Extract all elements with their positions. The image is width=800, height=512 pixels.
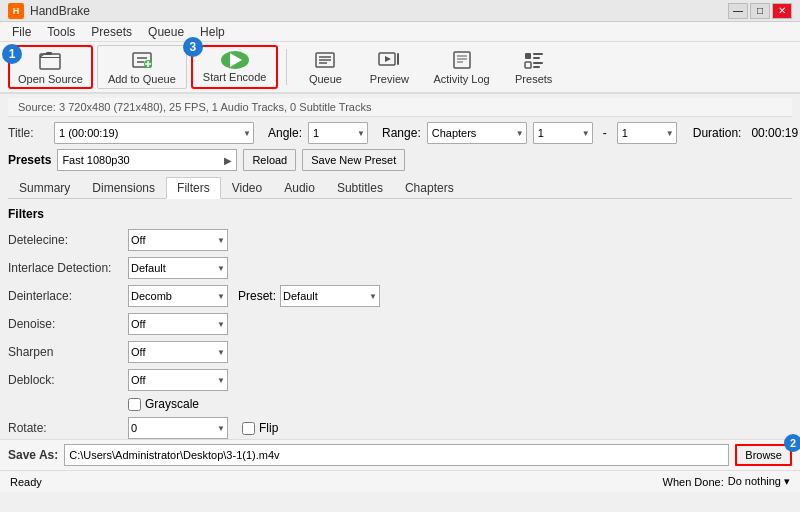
title-label: Title:	[8, 126, 48, 140]
title-select[interactable]: 1 (00:00:19)	[54, 122, 254, 144]
rotate-row: Rotate: 0 Flip	[8, 417, 792, 439]
menu-file[interactable]: File	[4, 23, 39, 41]
interlace-detection-select[interactable]: Default	[128, 257, 228, 279]
preset-selector[interactable]: Fast 1080p30 ▶	[57, 149, 237, 171]
presets-icon	[522, 49, 546, 71]
svg-rect-20	[525, 53, 531, 59]
browse-button[interactable]: Browse	[735, 444, 792, 466]
range-to-select[interactable]: 1	[617, 122, 677, 144]
title-bar: H HandBrake — □ ✕	[0, 0, 800, 22]
add-to-queue-button[interactable]: Add to Queue	[97, 45, 187, 89]
app-icon: H	[8, 3, 24, 19]
detelecine-row: Detelecine: Off	[8, 229, 792, 251]
svg-marker-14	[385, 56, 391, 62]
preview-icon	[377, 49, 401, 71]
deinterlace-preset-label: Preset:	[238, 289, 276, 303]
minimize-btn[interactable]: —	[728, 3, 748, 19]
menu-presets[interactable]: Presets	[83, 23, 140, 41]
deblock-select[interactable]: Off	[128, 369, 228, 391]
badge-browse: 2	[784, 434, 800, 452]
activity-log-icon	[450, 49, 474, 71]
presets-row: Presets Fast 1080p30 ▶ Reload Save New P…	[8, 149, 792, 171]
svg-rect-23	[525, 62, 531, 68]
main-area: Source: 3 720x480 (721x480), 25 FPS, 1 A…	[0, 94, 800, 492]
start-encode-label: Start Encode	[203, 71, 267, 83]
flip-label[interactable]: Flip	[259, 421, 278, 435]
filters-title: Filters	[8, 207, 792, 221]
svg-rect-2	[46, 52, 52, 55]
source-label: Source:	[18, 101, 56, 113]
presets-row-label: Presets	[8, 153, 51, 167]
tab-dimensions[interactable]: Dimensions	[81, 177, 166, 198]
source-bar: Source: 3 720x480 (721x480), 25 FPS, 1 A…	[8, 98, 792, 117]
svg-rect-1	[40, 57, 60, 58]
menu-tools[interactable]: Tools	[39, 23, 83, 41]
close-btn[interactable]: ✕	[772, 3, 792, 19]
deblock-row: Deblock: Off	[8, 369, 792, 391]
status-text: Ready	[10, 476, 42, 488]
activity-log-label: Activity Log	[433, 73, 489, 85]
app-title: HandBrake	[30, 4, 90, 18]
menu-bar: File Tools Presets Queue Help	[0, 22, 800, 42]
flip-checkbox[interactable]	[242, 422, 255, 435]
range-from-select[interactable]: 1	[533, 122, 593, 144]
save-new-preset-button[interactable]: Save New Preset	[302, 149, 405, 171]
source-info: 3 720x480 (721x480), 25 FPS, 1 Audio Tra…	[59, 101, 371, 113]
sharpen-row: Sharpen Off	[8, 341, 792, 363]
start-encode-icon	[221, 51, 249, 69]
when-done-value[interactable]: Do nothing ▾	[728, 475, 790, 488]
deinterlace-preset-select[interactable]: Default	[280, 285, 380, 307]
reload-button[interactable]: Reload	[243, 149, 296, 171]
angle-select[interactable]: 1	[308, 122, 368, 144]
when-done-label: When Done:	[663, 476, 724, 488]
grayscale-row: Grayscale	[128, 397, 792, 411]
interlace-detection-label: Interlace Detection:	[8, 261, 128, 275]
queue-button[interactable]: Queue	[295, 45, 355, 89]
rotate-select[interactable]: 0	[128, 417, 228, 439]
tabs: Summary Dimensions Filters Video Audio S…	[8, 177, 792, 199]
svg-rect-0	[40, 54, 60, 69]
duration-label: Duration:	[693, 126, 742, 140]
open-source-label: Open Source	[18, 73, 83, 85]
menu-queue[interactable]: Queue	[140, 23, 192, 41]
preset-arrow: ▶	[224, 155, 232, 166]
range-label: Range:	[382, 126, 421, 140]
denoise-label: Denoise:	[8, 317, 128, 331]
preview-button[interactable]: Preview	[359, 45, 419, 89]
deinterlace-select[interactable]: Decomb	[128, 285, 228, 307]
angle-label: Angle:	[268, 126, 302, 140]
add-to-queue-icon	[130, 49, 154, 71]
window-controls[interactable]: — □ ✕	[728, 3, 792, 19]
grayscale-checkbox[interactable]	[128, 398, 141, 411]
badge-open-source: 1	[2, 44, 22, 64]
tab-summary[interactable]: Summary	[8, 177, 81, 198]
start-encode-button[interactable]: Start Encode	[191, 45, 279, 89]
grayscale-label[interactable]: Grayscale	[145, 397, 199, 411]
detelecine-select[interactable]: Off	[128, 229, 228, 251]
toolbar-separator-1	[286, 49, 287, 85]
save-as-path[interactable]	[64, 444, 729, 466]
detelecine-label: Detelecine:	[8, 233, 128, 247]
presets-button[interactable]: Presets	[504, 45, 564, 89]
tab-filters[interactable]: Filters	[166, 177, 221, 199]
svg-rect-22	[533, 57, 540, 59]
tab-subtitles[interactable]: Subtitles	[326, 177, 394, 198]
presets-label: Presets	[515, 73, 552, 85]
browse-btn-wrap: Browse 2	[735, 444, 792, 466]
maximize-btn[interactable]: □	[750, 3, 770, 19]
sharpen-select[interactable]: Off	[128, 341, 228, 363]
activity-log-button[interactable]: Activity Log	[423, 45, 499, 89]
denoise-select[interactable]: Off	[128, 313, 228, 335]
svg-rect-25	[533, 66, 540, 68]
sharpen-label: Sharpen	[8, 345, 128, 359]
tab-chapters[interactable]: Chapters	[394, 177, 465, 198]
status-bar: Ready When Done: Do nothing ▾	[0, 470, 800, 492]
filters-section: Filters Detelecine: Off Interlace Detect…	[8, 207, 792, 439]
open-source-icon	[38, 49, 62, 71]
range-separator: -	[603, 126, 607, 140]
tab-audio[interactable]: Audio	[273, 177, 326, 198]
denoise-row: Denoise: Off	[8, 313, 792, 335]
save-as-label: Save As:	[8, 448, 58, 462]
tab-video[interactable]: Video	[221, 177, 273, 198]
range-type-select[interactable]: Chapters	[427, 122, 527, 144]
